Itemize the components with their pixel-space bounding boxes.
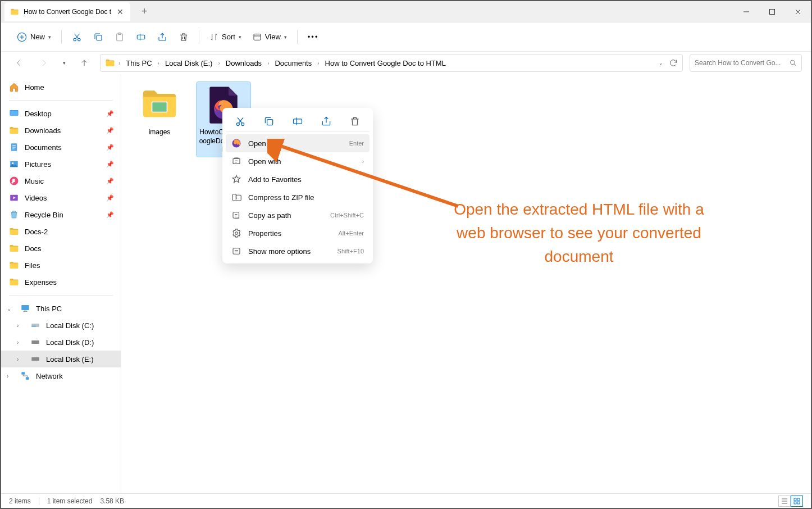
up-button[interactable] [75,54,93,72]
separator [39,497,39,505]
refresh-icon[interactable] [669,58,678,67]
sidebar-label: This PC [36,305,62,313]
new-tab-button[interactable]: + [136,3,153,20]
shortcut: Ctrl+Shift+C [330,212,364,219]
context-label: Show more options [248,247,331,256]
cut-button[interactable] [67,28,86,47]
sidebar-item-desktop[interactable]: Desktop 📌 [1,105,121,122]
recent-button[interactable]: ▾ [60,54,69,72]
svg-point-14 [12,162,13,164]
details-view-button[interactable] [778,496,791,507]
svg-rect-23 [31,357,39,361]
context-properties[interactable]: Properties Alt+Enter [226,224,369,242]
maximize-button[interactable] [759,1,785,22]
breadcrumb-item[interactable]: How to Convert Google Doc to HTML [323,58,448,69]
svg-rect-7 [137,35,145,39]
cut-icon[interactable] [235,116,246,127]
sidebar-item-folder[interactable]: Docs-2 [1,223,121,240]
svg-rect-8 [254,34,261,40]
rename-button[interactable] [131,28,150,47]
sidebar-label: Network [36,372,63,380]
tab-close-button[interactable]: ✕ [116,7,125,16]
sidebar-drive-d[interactable]: › Local Disk (D:) [1,334,121,351]
drive-icon [30,354,40,364]
pin-icon: 📌 [106,194,114,202]
document-icon [9,142,19,152]
breadcrumb[interactable]: › This PC › Local Disk (E:) › Downloads … [100,54,683,72]
svg-point-3 [78,38,81,41]
expand-icon[interactable]: › [17,339,25,346]
back-button[interactable] [10,54,28,72]
svg-rect-41 [794,502,796,504]
share-icon[interactable] [321,116,332,127]
new-button[interactable]: New ▾ [12,28,56,47]
sidebar-thispc[interactable]: ⌄ This PC [1,300,121,317]
delete-button[interactable] [174,28,193,47]
home-icon [9,82,19,92]
annotation-content: Open the extracted HTML file with a web … [454,201,704,265]
sidebar-item-folder[interactable]: Docs [1,240,121,257]
pin-icon: 📌 [106,127,114,134]
sidebar-item-pictures[interactable]: Pictures 📌 [1,156,121,172]
svg-rect-39 [794,498,796,501]
sidebar-label: Documents [25,143,62,152]
file-list[interactable]: images HowtoConvertGoogleDoctoHTML [121,74,811,493]
thumbnails-view-button[interactable] [791,496,803,507]
breadcrumb-item[interactable]: Downloads [223,58,264,69]
sidebar-drive-e[interactable]: › Local Disk (E:) [1,351,121,367]
forward-button[interactable] [35,54,53,72]
sidebar-item-folder[interactable]: Expenses [1,274,121,290]
breadcrumb-item[interactable]: Documents [272,58,314,69]
search-box[interactable] [690,54,802,72]
sidebar-item-folder[interactable]: Files [1,257,121,274]
share-button[interactable] [153,28,172,47]
breadcrumb-item[interactable]: Local Disk (E:) [163,58,215,69]
window-tab[interactable]: How to Convert Google Doc t ✕ [4,2,130,21]
sort-icon [209,33,218,42]
folder-icon [105,58,115,68]
collapse-icon[interactable]: ⌄ [7,306,15,312]
sidebar-item-recycle[interactable]: Recycle Bin 📌 [1,206,121,223]
expand-icon[interactable]: › [7,373,15,379]
chevron-right-icon: › [217,60,221,66]
chevron-right-icon: › [117,60,121,66]
sidebar-item-documents[interactable]: Documents 📌 [1,139,121,156]
sidebar-home[interactable]: Home [1,79,121,96]
sort-button[interactable]: Sort ▾ [205,28,246,47]
svg-rect-22 [31,340,39,344]
zip-icon [231,192,241,202]
folder-icon [9,243,19,253]
rename-icon [136,32,146,42]
separator [61,30,62,44]
context-more[interactable]: Show more options Shift+F10 [226,242,369,260]
window-controls [733,1,811,22]
sidebar-drive-c[interactable]: › Local Disk (C:) [1,317,121,334]
svg-rect-21 [31,326,36,327]
pin-icon: 📌 [106,178,114,185]
close-window-button[interactable] [785,1,811,22]
expand-icon[interactable]: › [17,356,25,362]
more-button[interactable]: ••• [303,28,323,47]
svg-rect-24 [21,372,25,375]
paste-button[interactable] [110,28,129,47]
sidebar-item-videos[interactable]: Videos 📌 [1,189,121,206]
chevron-right-icon: › [266,60,270,66]
file-folder-images[interactable]: images [133,82,186,139]
rename-icon[interactable] [292,116,303,127]
pictures-icon [9,159,19,169]
copy-button[interactable] [89,28,108,47]
sidebar-item-downloads[interactable]: Downloads 📌 [1,122,121,139]
arrow-right-icon [39,58,48,67]
delete-icon[interactable] [349,116,361,127]
breadcrumb-item[interactable]: This PC [124,58,154,69]
chevron-down-icon[interactable]: ⌄ [659,60,663,66]
view-button[interactable]: View ▾ [248,28,291,47]
expand-icon[interactable]: › [17,322,25,329]
svg-rect-11 [10,111,18,115]
sidebar-network[interactable]: › Network [1,367,121,384]
sidebar-item-music[interactable]: Music 📌 [1,172,121,189]
new-icon [17,32,27,42]
minimize-button[interactable] [733,1,759,22]
search-input[interactable] [695,59,786,67]
copy-icon[interactable] [263,116,275,127]
